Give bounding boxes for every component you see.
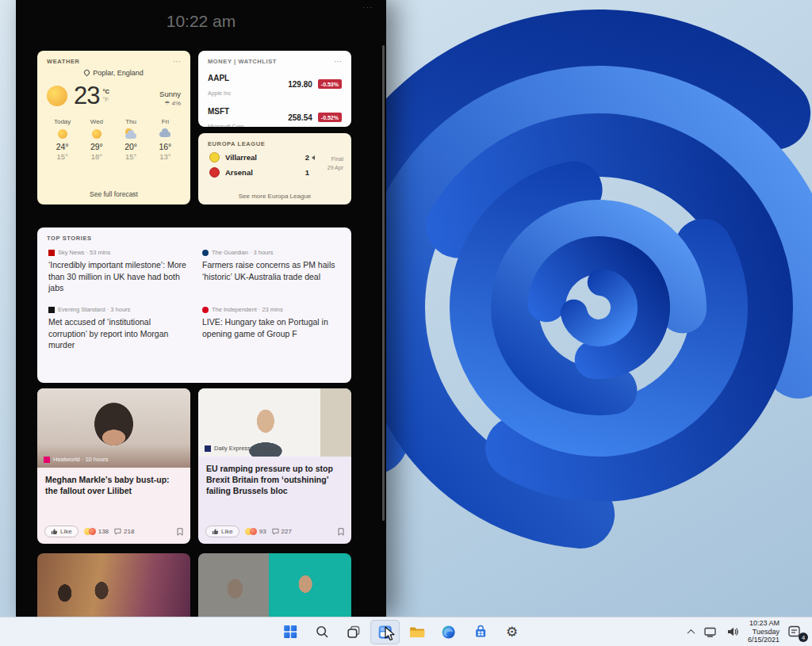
- volume-button[interactable]: [725, 624, 741, 640]
- team-name: Villarreal: [225, 153, 257, 162]
- taskbar-clock[interactable]: 10:23 AM Tuesday 6/15/2021: [748, 619, 779, 645]
- widgets-icon: [377, 625, 393, 640]
- sky-news-icon: [48, 250, 55, 256]
- notification-center-button[interactable]: 4: [787, 624, 803, 640]
- location-pin-icon: [83, 68, 91, 76]
- weather-current: 23 °C °F Sunny ☂ 4%: [37, 77, 190, 112]
- weather-menu-icon[interactable]: ···: [173, 59, 181, 65]
- search-icon: [315, 625, 329, 639]
- weather-title: WEATHER: [47, 58, 80, 65]
- forecast-low: 18°: [79, 152, 113, 161]
- store-button[interactable]: [465, 620, 495, 644]
- like-label: Like: [221, 528, 233, 535]
- forecast-low: 15°: [114, 152, 148, 161]
- forecast-day-wed[interactable]: Wed 29° 18°: [79, 118, 113, 161]
- comment-icon: [272, 528, 279, 535]
- story-headline: ‘Incredibly important milestone’: More t…: [48, 259, 186, 294]
- sunny-icon: [45, 128, 79, 140]
- emoji-angry-icon: [250, 528, 257, 535]
- emoji-heart-icon: [89, 528, 96, 535]
- temp-units[interactable]: °C °F: [102, 88, 109, 104]
- card-source-row: Daily Express · 11 hours: [205, 445, 278, 452]
- comment-number: 227: [282, 528, 292, 535]
- money-header: MONEY | WATCHLIST ···: [198, 51, 351, 67]
- sun-icon: [47, 86, 67, 106]
- desktop: ··· 10:22 am WEATHER ··· Poplar, England…: [0, 0, 812, 646]
- news-card-partial-left[interactable]: [37, 553, 190, 617]
- story-item[interactable]: The Independent · 23 mins LIVE: Hungary …: [202, 306, 340, 351]
- stock-row-aapl[interactable]: AAPL Apple Inc 129.80 -0.53%: [198, 67, 351, 101]
- task-view-button[interactable]: [339, 620, 368, 644]
- bookmark-button[interactable]: [338, 528, 344, 536]
- comment-number: 218: [124, 528, 134, 535]
- store-icon: [473, 625, 488, 639]
- reaction-number: 93: [259, 528, 266, 535]
- edge-button[interactable]: [434, 620, 463, 644]
- unit-celsius[interactable]: °C: [102, 88, 109, 95]
- match-date: 29 Apr: [327, 164, 343, 173]
- sports-header: EUROPA LEAGUE: [198, 133, 351, 150]
- card-headline: Meghan Markle’s baby bust-up: the fallou…: [37, 468, 190, 496]
- cloudy-icon: [148, 128, 182, 140]
- forecast-day-fri[interactable]: Fri 16° 13°: [148, 118, 182, 161]
- news-card-brexit[interactable]: Daily Express · 11 hours EU ramping pres…: [198, 388, 351, 544]
- stock-change-badge: -0.52%: [318, 113, 342, 122]
- team-score: 2: [305, 153, 309, 162]
- stock-price: 129.80: [288, 80, 312, 89]
- clock-date: 6/15/2021: [748, 636, 779, 644]
- story-item[interactable]: Sky News · 53 mins ‘Incredibly important…: [48, 249, 186, 294]
- reactions-count[interactable]: 93: [245, 528, 266, 535]
- bookmark-button[interactable]: [177, 528, 183, 536]
- panel-more-icon[interactable]: ···: [362, 2, 373, 12]
- see-full-forecast-link[interactable]: See full forecast: [37, 190, 190, 198]
- forecast-day-label: Today: [45, 118, 79, 125]
- sports-widget[interactable]: EUROPA LEAGUE Villarreal 2 Arsenal 1 Fin…: [198, 133, 351, 205]
- settings-button[interactable]: ⚙: [497, 620, 527, 644]
- hidden-icons-button[interactable]: [687, 628, 695, 636]
- stock-row-msft[interactable]: MSFT Microsoft Corp 258.54 -0.52%: [198, 101, 351, 127]
- thumbs-up-icon: [51, 528, 58, 535]
- story-item[interactable]: Evening Standard · 3 hours Met accused o…: [48, 306, 186, 351]
- sunny-icon: [79, 128, 113, 140]
- like-button[interactable]: Like: [205, 526, 239, 537]
- weather-location-row: Poplar, England: [37, 69, 190, 77]
- clock-time: 10:23 AM: [748, 619, 779, 628]
- money-menu-icon[interactable]: ···: [334, 59, 342, 65]
- story-source: The Independent · 23 mins: [212, 306, 283, 313]
- panel-scrollbar[interactable]: [382, 45, 385, 521]
- comments-count[interactable]: 227: [272, 528, 292, 535]
- network-icon: [704, 627, 716, 637]
- unit-fahrenheit[interactable]: °F: [102, 96, 109, 103]
- file-explorer-button[interactable]: [402, 620, 431, 644]
- comments-count[interactable]: 218: [114, 528, 134, 535]
- network-button[interactable]: [703, 625, 718, 639]
- notification-badge: 4: [799, 633, 808, 642]
- story-item[interactable]: The Guardian · 3 hours Farmers raise con…: [202, 249, 340, 294]
- precipitation: ☂ 4%: [159, 100, 181, 107]
- see-more-europa-link[interactable]: See more Europa League: [198, 193, 351, 200]
- news-card-meghan[interactable]: Heatworld · 10 hours Meghan Markle’s bab…: [37, 388, 190, 544]
- story-headline: LIVE: Hungary take on Portugal in openin…: [202, 316, 340, 339]
- money-widget[interactable]: MONEY | WATCHLIST ··· AAPL Apple Inc 129…: [198, 51, 351, 127]
- forecast-day-today[interactable]: Today 24° 15°: [45, 118, 79, 161]
- forecast-high: 24°: [45, 142, 79, 151]
- start-button[interactable]: [275, 620, 304, 644]
- weather-widget[interactable]: WEATHER ··· Poplar, England 23 °C °F Sun…: [37, 51, 190, 205]
- news-card-partial-right[interactable]: [198, 553, 351, 617]
- edge-icon: [441, 625, 456, 640]
- story-headline: Farmers raise concerns as PM hails ‘hist…: [202, 259, 340, 282]
- stock-identity: AAPL Apple Inc: [208, 70, 231, 98]
- forecast-day-thu[interactable]: Thu 20° 15°: [114, 118, 148, 161]
- like-button[interactable]: Like: [44, 526, 79, 537]
- heatworld-icon: [44, 457, 50, 463]
- taskbar-center-icons: ⚙: [275, 619, 527, 644]
- top-stories-widget[interactable]: TOP STORIES Sky News · 53 mins ‘Incredib…: [37, 227, 351, 383]
- search-button[interactable]: [307, 620, 336, 644]
- partly-cloudy-icon: [114, 128, 148, 140]
- widgets-clock: 10:22 am: [16, 12, 386, 31]
- team-name: Arsenal: [225, 168, 253, 177]
- stock-symbol: MSFT: [208, 107, 229, 116]
- stock-price: 258.54: [288, 113, 312, 122]
- reactions-count[interactable]: 138: [84, 528, 109, 535]
- widgets-button[interactable]: [370, 620, 400, 644]
